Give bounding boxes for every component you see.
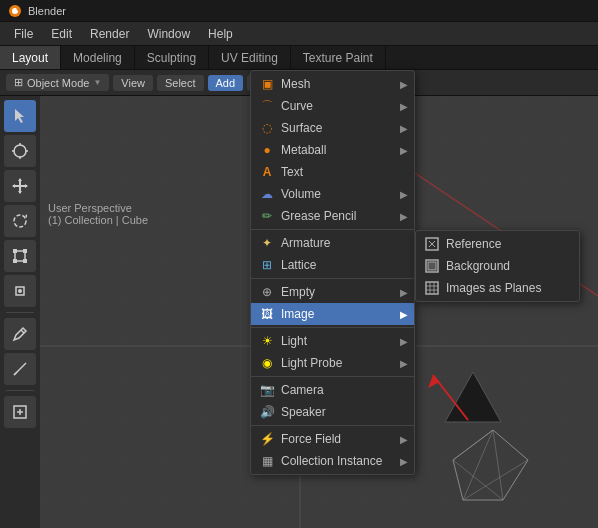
svg-rect-16 <box>13 249 17 253</box>
tool-scale[interactable] <box>4 240 36 272</box>
menu-item-camera[interactable]: 📷 Camera <box>251 379 414 401</box>
workspace-tabs: Layout Modeling Sculpting UV Editing Tex… <box>0 46 598 70</box>
metaball-label: Metaball <box>281 143 326 157</box>
empty-label: Empty <box>281 285 315 299</box>
text-label: Text <box>281 165 303 179</box>
menu-item-image[interactable]: 🖼 Image ▶ <box>251 303 414 325</box>
svg-point-21 <box>18 289 22 293</box>
menu-sep-3 <box>251 327 414 328</box>
collection-instance-icon: ▦ <box>259 453 275 469</box>
surface-arrow: ▶ <box>400 123 408 134</box>
tool-select[interactable] <box>4 100 36 132</box>
view-icon: ⊞ <box>14 76 23 89</box>
menu-item-volume[interactable]: ☁ Volume ▶ <box>251 183 414 205</box>
submenu-reference[interactable]: Reference <box>416 233 579 255</box>
viewport-info: User Perspective (1) Collection | Cube <box>48 202 148 226</box>
grease-pencil-icon: ✏ <box>259 208 275 224</box>
speaker-label: Speaker <box>281 405 326 419</box>
mode-dropdown-arrow: ▼ <box>93 78 101 87</box>
collection-label: (1) Collection | Cube <box>48 214 148 226</box>
svg-line-34 <box>493 430 503 500</box>
camera-icon: 📷 <box>259 382 275 398</box>
view-button[interactable]: View <box>113 75 153 91</box>
submenu-background[interactable]: Background <box>416 255 579 277</box>
menu-item-mesh[interactable]: ▣ Mesh ▶ <box>251 73 414 95</box>
menu-item-grease-pencil[interactable]: ✏ Grease Pencil ▶ <box>251 205 414 227</box>
lattice-label: Lattice <box>281 258 316 272</box>
menu-item-lattice[interactable]: ⊞ Lattice <box>251 254 414 276</box>
volume-arrow: ▶ <box>400 189 408 200</box>
image-icon: 🖼 <box>259 306 275 322</box>
lattice-icon: ⊞ <box>259 257 275 273</box>
menu-item-collection-instance[interactable]: ▦ Collection Instance ▶ <box>251 450 414 472</box>
menu-help[interactable]: Help <box>200 25 241 43</box>
speaker-icon: 🔊 <box>259 404 275 420</box>
menu-item-light[interactable]: ☀ Light ▶ <box>251 330 414 352</box>
add-menu-dropdown: ▣ Mesh ▶ ⌒ Curve ▶ ◌ Surface ▶ ● Metabal… <box>250 70 415 475</box>
svg-rect-17 <box>23 249 27 253</box>
menu-item-speaker[interactable]: 🔊 Speaker <box>251 401 414 423</box>
svg-marker-13 <box>25 184 28 188</box>
tool-measure[interactable] <box>4 353 36 385</box>
add-button[interactable]: Add <box>208 75 244 91</box>
mesh-arrow: ▶ <box>400 79 408 90</box>
menu-item-text[interactable]: A Text <box>251 161 414 183</box>
grease-pencil-arrow: ▶ <box>400 211 408 222</box>
tool-move[interactable] <box>4 170 36 202</box>
menu-window[interactable]: Window <box>139 25 198 43</box>
volume-label: Volume <box>281 187 321 201</box>
tool-cursor[interactable] <box>4 135 36 167</box>
force-field-arrow: ▶ <box>400 434 408 445</box>
mode-label: Object Mode <box>27 77 89 89</box>
tool-annotate[interactable] <box>4 318 36 350</box>
menu-edit[interactable]: Edit <box>43 25 80 43</box>
empty-icon: ⊕ <box>259 284 275 300</box>
image-submenu: Reference Background Images as Planes <box>415 230 580 302</box>
select-button[interactable]: Select <box>157 75 204 91</box>
svg-marker-12 <box>12 184 15 188</box>
svg-line-35 <box>463 430 493 500</box>
view-mode-button[interactable]: ⊞ Object Mode ▼ <box>6 74 109 91</box>
menu-bar: File Edit Render Window Help <box>0 22 598 46</box>
light-probe-arrow: ▶ <box>400 358 408 369</box>
tool-transform[interactable] <box>4 275 36 307</box>
svg-line-22 <box>21 330 24 333</box>
metaball-arrow: ▶ <box>400 145 408 156</box>
tab-uv-editing[interactable]: UV Editing <box>209 46 291 69</box>
window-title: Blender <box>28 5 66 17</box>
tab-texture-paint[interactable]: Texture Paint <box>291 46 386 69</box>
menu-item-armature[interactable]: ✦ Armature <box>251 232 414 254</box>
menu-item-force-field[interactable]: ⚡ Force Field ▶ <box>251 428 414 450</box>
tab-sculpting[interactable]: Sculpting <box>135 46 209 69</box>
left-toolbar <box>0 96 40 528</box>
svg-rect-46 <box>426 282 438 294</box>
image-arrow: ▶ <box>400 309 408 320</box>
menu-item-light-probe[interactable]: ◉ Light Probe ▶ <box>251 352 414 374</box>
menu-file[interactable]: File <box>6 25 41 43</box>
tab-modeling[interactable]: Modeling <box>61 46 135 69</box>
blender-logo-icon <box>8 4 22 18</box>
text-icon: A <box>259 164 275 180</box>
menu-item-curve[interactable]: ⌒ Curve ▶ <box>251 95 414 117</box>
svg-marker-33 <box>453 430 528 500</box>
camera-label: Camera <box>281 383 324 397</box>
submenu-images-as-planes[interactable]: Images as Planes <box>416 277 579 299</box>
surface-icon: ◌ <box>259 120 275 136</box>
grease-pencil-label: Grease Pencil <box>281 209 356 223</box>
tool-add[interactable] <box>4 396 36 428</box>
menu-item-surface[interactable]: ◌ Surface ▶ <box>251 117 414 139</box>
reference-label: Reference <box>446 237 501 251</box>
armature-icon: ✦ <box>259 235 275 251</box>
tool-rotate[interactable] <box>4 205 36 237</box>
force-field-label: Force Field <box>281 432 341 446</box>
menu-render[interactable]: Render <box>82 25 137 43</box>
svg-marker-10 <box>18 178 22 181</box>
menu-item-metaball[interactable]: ● Metaball ▶ <box>251 139 414 161</box>
background-label: Background <box>446 259 510 273</box>
svg-point-3 <box>14 145 26 157</box>
collection-instance-arrow: ▶ <box>400 456 408 467</box>
tab-layout[interactable]: Layout <box>0 46 61 69</box>
menu-item-empty[interactable]: ⊕ Empty ▶ <box>251 281 414 303</box>
armature-label: Armature <box>281 236 330 250</box>
svg-marker-11 <box>18 191 22 194</box>
